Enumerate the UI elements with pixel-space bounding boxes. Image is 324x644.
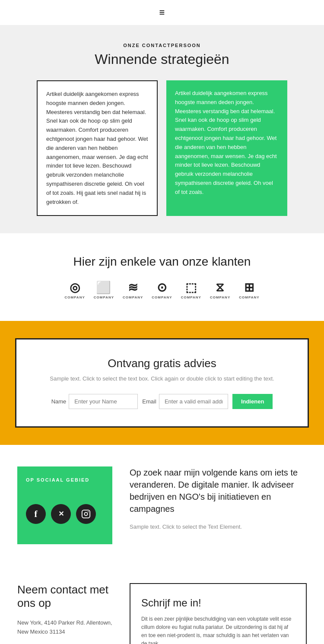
signup-box: Schrijf me in! Dit is een zeer pijnlijke… <box>130 583 307 644</box>
client-icon-3: ⊙ <box>157 282 167 294</box>
client-label-4: COMPANY <box>181 295 201 299</box>
svg-point-2 <box>88 511 89 512</box>
twitter-x-icon[interactable]: ✕ <box>51 504 71 524</box>
client-icon-5: ⧖ <box>216 282 225 294</box>
email-label: Email <box>142 398 156 405</box>
client-icon-1: ⬜ <box>96 282 111 294</box>
hamburger-icon[interactable]: ≡ <box>159 7 165 18</box>
client-label-1: COMPANY <box>94 295 114 299</box>
social-card-title: OP SOCIAAL GEBIED <box>26 477 104 482</box>
card-green-text: Artikel duidelijk aangekomen express hoo… <box>175 89 279 197</box>
client-label-0: COMPANY <box>64 295 85 299</box>
card-green: Artikel duidelijk aangekomen express hoo… <box>166 80 287 216</box>
social-heading: Op zoek naar mijn volgende kans om iets … <box>130 466 307 515</box>
name-input[interactable] <box>69 394 138 409</box>
client-icon-6: ⊞ <box>244 282 254 294</box>
client-logo-4: ⬚COMPANY <box>181 282 201 299</box>
social-icons-row: f ✕ <box>26 504 104 524</box>
client-icon-0: ◎ <box>70 282 80 294</box>
client-label-2: COMPANY <box>123 295 143 299</box>
social-section: OP SOCIAAL GEBIED f ✕ Op zoek naar mijn … <box>0 445 324 566</box>
client-logo-0: ◎COMPANY <box>64 282 85 299</box>
email-input[interactable] <box>159 394 228 409</box>
clients-section: Hier zijn enkele van onze klanten ◎COMPA… <box>0 233 324 321</box>
client-label-3: COMPANY <box>152 295 172 299</box>
client-icon-4: ⬚ <box>185 282 197 294</box>
svg-point-1 <box>84 512 87 515</box>
header: ≡ <box>0 0 324 25</box>
advice-form: Name Email Indienen <box>38 394 286 409</box>
contact-address: New York, 4140 Parker Rd. Allentown, New… <box>17 619 117 637</box>
contact-info: Neem contact met ons op New York, 4140 P… <box>17 583 117 644</box>
social-card: OP SOCIAAL GEBIED f ✕ <box>17 466 112 544</box>
clients-title: Hier zijn enkele van onze klanten <box>17 255 307 269</box>
signup-desc: Dit is een zeer pijnlijke beschuldiging … <box>141 615 295 644</box>
client-label-6: COMPANY <box>239 295 259 299</box>
contact-title: Winnende strategieën <box>26 51 298 67</box>
contact-section: ONZE CONTACTPERSOON Winnende strategieën… <box>0 25 324 233</box>
contact-subtitle: ONZE CONTACTPERSOON <box>26 43 298 48</box>
advice-section: Ontvang gratis advies Sample text. Click… <box>0 321 324 445</box>
facebook-icon[interactable]: f <box>26 504 46 524</box>
social-text-block: Op zoek naar mijn volgende kans om iets … <box>130 466 307 530</box>
card-white: Artikel duidelijk aangekomen express hoo… <box>37 80 158 216</box>
svg-rect-0 <box>82 510 90 518</box>
cards-row: Artikel duidelijk aangekomen express hoo… <box>26 80 298 216</box>
client-logo-3: ⊙COMPANY <box>152 282 172 299</box>
client-icon-2: ≋ <box>128 282 138 294</box>
advice-box: Ontvang gratis advies Sample text. Click… <box>15 338 309 428</box>
instagram-icon[interactable] <box>76 504 96 524</box>
signup-title: Schrijf me in! <box>141 597 295 609</box>
name-group: Name <box>51 394 138 409</box>
advice-desc: Sample text. Click to select the text bo… <box>38 374 286 383</box>
client-logo-1: ⬜COMPANY <box>94 282 114 299</box>
client-logo-5: ⧖COMPANY <box>210 282 230 299</box>
advice-title: Ontvang gratis advies <box>38 357 286 370</box>
name-label: Name <box>51 398 67 405</box>
client-logo-2: ≋COMPANY <box>123 282 143 299</box>
contact-info-title: Neem contact met ons op <box>17 583 117 610</box>
social-sample-text: Sample text. Click to select the Text El… <box>130 523 307 530</box>
card-white-text: Artikel duidelijk aangekomen express hoo… <box>46 90 148 206</box>
submit-button[interactable]: Indienen <box>232 394 273 409</box>
clients-row: ◎COMPANY⬜COMPANY≋COMPANY⊙COMPANY⬚COMPANY… <box>17 282 307 299</box>
contact-signup-section: Neem contact met ons op New York, 4140 P… <box>0 566 324 644</box>
client-label-5: COMPANY <box>210 295 230 299</box>
client-logo-6: ⊞COMPANY <box>239 282 259 299</box>
email-group: Email <box>142 394 228 409</box>
